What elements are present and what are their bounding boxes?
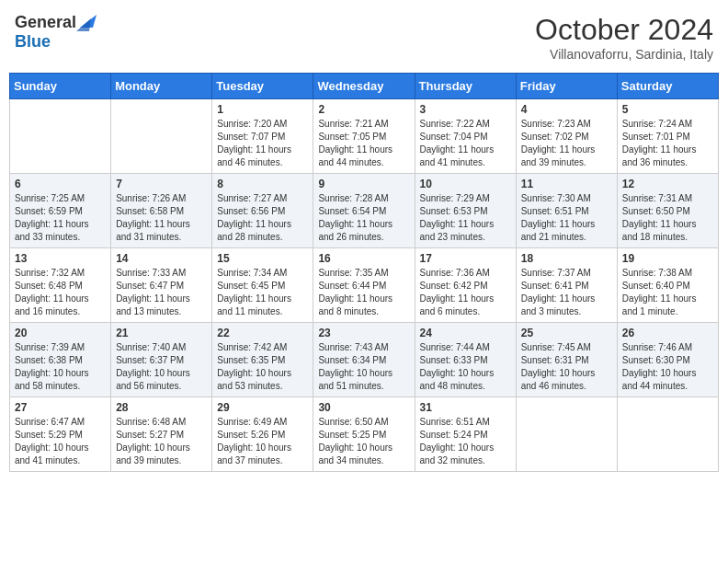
day-info: Sunrise: 7:36 AMSunset: 6:42 PMDaylight:… (420, 267, 511, 318)
day-number: 5 (622, 103, 713, 116)
month-title: October 2024 (535, 13, 713, 47)
calendar-cell (516, 397, 617, 472)
day-number: 20 (15, 327, 106, 339)
day-number: 29 (217, 401, 308, 414)
day-number: 26 (622, 327, 713, 339)
calendar-week-1: 1Sunrise: 7:20 AMSunset: 7:07 PMDaylight… (10, 99, 719, 174)
day-info: Sunrise: 6:47 AMSunset: 5:29 PMDaylight:… (15, 416, 106, 467)
calendar-cell: 31Sunrise: 6:51 AMSunset: 5:24 PMDayligh… (415, 397, 516, 472)
day-info: Sunrise: 7:20 AMSunset: 7:07 PMDaylight:… (217, 118, 308, 169)
day-info: Sunrise: 7:37 AMSunset: 6:41 PMDaylight:… (521, 267, 612, 318)
day-number: 21 (116, 327, 207, 339)
logo-wing-icon (76, 15, 97, 31)
day-info: Sunrise: 7:33 AMSunset: 6:47 PMDaylight:… (116, 267, 207, 318)
day-number: 31 (420, 401, 511, 414)
calendar-cell: 1Sunrise: 7:20 AMSunset: 7:07 PMDaylight… (212, 99, 313, 174)
day-number: 25 (521, 327, 612, 339)
title-block: October 2024 Villanovaforru, Sardinia, I… (535, 13, 713, 62)
day-info: Sunrise: 7:25 AMSunset: 6:59 PMDaylight:… (15, 192, 106, 244)
calendar-cell: 27Sunrise: 6:47 AMSunset: 5:29 PMDayligh… (10, 397, 111, 472)
calendar-cell: 2Sunrise: 7:21 AMSunset: 7:05 PMDaylight… (313, 99, 415, 174)
page-header: General Blue October 2024 Villanovaforru… (9, 9, 719, 65)
day-number: 13 (15, 252, 106, 265)
day-info: Sunrise: 7:44 AMSunset: 6:33 PMDaylight:… (420, 341, 511, 393)
svg-marker-1 (76, 18, 91, 31)
day-number: 24 (420, 327, 511, 339)
day-number: 4 (521, 103, 612, 116)
calendar-cell: 17Sunrise: 7:36 AMSunset: 6:42 PMDayligh… (415, 248, 516, 323)
calendar-cell: 30Sunrise: 6:50 AMSunset: 5:25 PMDayligh… (313, 397, 415, 472)
calendar-cell: 26Sunrise: 7:46 AMSunset: 6:30 PMDayligh… (617, 323, 718, 397)
calendar-week-4: 20Sunrise: 7:39 AMSunset: 6:38 PMDayligh… (10, 323, 719, 397)
day-number: 28 (116, 401, 207, 414)
logo-general-text: General (15, 13, 76, 32)
day-info: Sunrise: 7:26 AMSunset: 6:58 PMDaylight:… (116, 192, 207, 244)
calendar-cell: 18Sunrise: 7:37 AMSunset: 6:41 PMDayligh… (516, 248, 617, 323)
day-number: 23 (318, 327, 409, 339)
day-info: Sunrise: 7:46 AMSunset: 6:30 PMDaylight:… (622, 341, 713, 393)
day-info: Sunrise: 6:48 AMSunset: 5:27 PMDaylight:… (116, 416, 207, 467)
day-info: Sunrise: 7:30 AMSunset: 6:51 PMDaylight:… (521, 192, 612, 244)
calendar-week-5: 27Sunrise: 6:47 AMSunset: 5:29 PMDayligh… (10, 397, 719, 472)
calendar-cell: 21Sunrise: 7:40 AMSunset: 6:37 PMDayligh… (111, 323, 212, 397)
calendar-cell: 24Sunrise: 7:44 AMSunset: 6:33 PMDayligh… (415, 323, 516, 397)
calendar-cell: 5Sunrise: 7:24 AMSunset: 7:01 PMDaylight… (617, 99, 718, 174)
calendar-cell: 13Sunrise: 7:32 AMSunset: 6:48 PMDayligh… (10, 248, 111, 323)
day-info: Sunrise: 7:31 AMSunset: 6:50 PMDaylight:… (622, 192, 713, 244)
day-info: Sunrise: 7:24 AMSunset: 7:01 PMDaylight:… (622, 118, 713, 169)
header-thursday: Thursday (415, 74, 516, 99)
calendar-header-row: SundayMondayTuesdayWednesdayThursdayFrid… (10, 74, 719, 99)
day-info: Sunrise: 7:45 AMSunset: 6:31 PMDaylight:… (521, 341, 612, 393)
day-number: 10 (420, 178, 511, 190)
day-number: 18 (521, 252, 612, 265)
calendar-cell: 6Sunrise: 7:25 AMSunset: 6:59 PMDaylight… (10, 174, 111, 248)
header-sunday: Sunday (10, 74, 111, 99)
logo: General Blue (15, 13, 97, 52)
location-text: Villanovaforru, Sardinia, Italy (535, 47, 713, 62)
day-number: 30 (318, 401, 409, 414)
calendar-cell: 7Sunrise: 7:26 AMSunset: 6:58 PMDaylight… (111, 174, 212, 248)
calendar-cell: 4Sunrise: 7:23 AMSunset: 7:02 PMDaylight… (516, 99, 617, 174)
day-info: Sunrise: 7:34 AMSunset: 6:45 PMDaylight:… (217, 267, 308, 318)
header-monday: Monday (111, 74, 212, 99)
day-number: 7 (116, 178, 207, 190)
calendar-cell (111, 99, 212, 174)
calendar-cell (617, 397, 718, 472)
day-info: Sunrise: 7:27 AMSunset: 6:56 PMDaylight:… (217, 192, 308, 244)
day-info: Sunrise: 7:43 AMSunset: 6:34 PMDaylight:… (318, 341, 409, 393)
header-wednesday: Wednesday (313, 74, 415, 99)
calendar-cell: 25Sunrise: 7:45 AMSunset: 6:31 PMDayligh… (516, 323, 617, 397)
calendar-cell: 11Sunrise: 7:30 AMSunset: 6:51 PMDayligh… (516, 174, 617, 248)
day-number: 14 (116, 252, 207, 265)
calendar-cell: 12Sunrise: 7:31 AMSunset: 6:50 PMDayligh… (617, 174, 718, 248)
day-number: 2 (318, 103, 409, 116)
day-info: Sunrise: 7:32 AMSunset: 6:48 PMDaylight:… (15, 267, 106, 318)
day-number: 12 (622, 178, 713, 190)
day-number: 22 (217, 327, 308, 339)
calendar-cell: 10Sunrise: 7:29 AMSunset: 6:53 PMDayligh… (415, 174, 516, 248)
day-info: Sunrise: 7:23 AMSunset: 7:02 PMDaylight:… (521, 118, 612, 169)
day-info: Sunrise: 7:28 AMSunset: 6:54 PMDaylight:… (318, 192, 409, 244)
day-info: Sunrise: 7:42 AMSunset: 6:35 PMDaylight:… (217, 341, 308, 393)
day-info: Sunrise: 6:49 AMSunset: 5:26 PMDaylight:… (217, 416, 308, 467)
day-info: Sunrise: 7:29 AMSunset: 6:53 PMDaylight:… (420, 192, 511, 244)
calendar-table: SundayMondayTuesdayWednesdayThursdayFrid… (9, 73, 719, 472)
day-number: 9 (318, 178, 409, 190)
day-info: Sunrise: 7:40 AMSunset: 6:37 PMDaylight:… (116, 341, 207, 393)
day-info: Sunrise: 6:51 AMSunset: 5:24 PMDaylight:… (420, 416, 511, 467)
calendar-week-2: 6Sunrise: 7:25 AMSunset: 6:59 PMDaylight… (10, 174, 719, 248)
day-info: Sunrise: 7:35 AMSunset: 6:44 PMDaylight:… (318, 267, 409, 318)
calendar-cell (10, 99, 111, 174)
day-number: 16 (318, 252, 409, 265)
day-number: 1 (217, 103, 308, 116)
calendar-cell: 20Sunrise: 7:39 AMSunset: 6:38 PMDayligh… (10, 323, 111, 397)
logo-blue-text: Blue (15, 32, 97, 52)
day-number: 27 (15, 401, 106, 414)
calendar-cell: 16Sunrise: 7:35 AMSunset: 6:44 PMDayligh… (313, 248, 415, 323)
calendar-cell: 29Sunrise: 6:49 AMSunset: 5:26 PMDayligh… (212, 397, 313, 472)
calendar-week-3: 13Sunrise: 7:32 AMSunset: 6:48 PMDayligh… (10, 248, 719, 323)
day-info: Sunrise: 7:22 AMSunset: 7:04 PMDaylight:… (420, 118, 511, 169)
calendar-cell: 19Sunrise: 7:38 AMSunset: 6:40 PMDayligh… (617, 248, 718, 323)
calendar-cell: 28Sunrise: 6:48 AMSunset: 5:27 PMDayligh… (111, 397, 212, 472)
header-tuesday: Tuesday (212, 74, 313, 99)
